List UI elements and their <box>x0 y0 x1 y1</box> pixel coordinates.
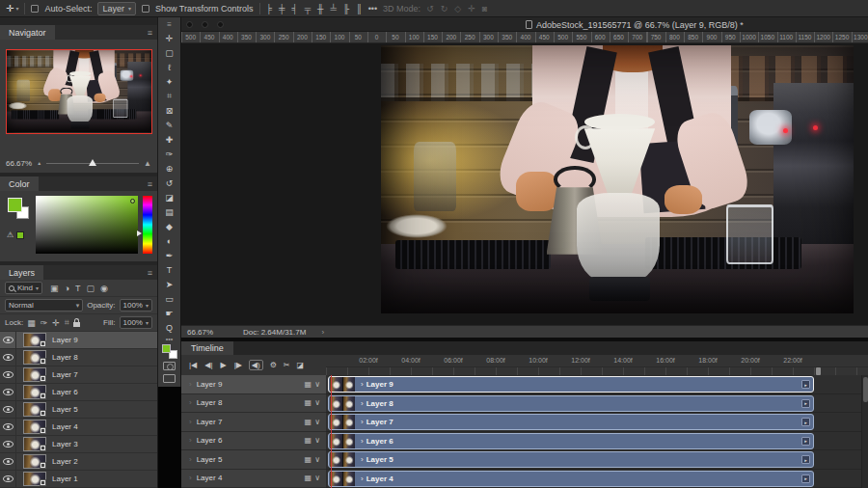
timeline-clip[interactable]: › Layer 7 ▸ <box>328 414 814 430</box>
layer-thumbnail[interactable] <box>23 385 46 399</box>
lock-transparency-icon[interactable]: ▦ <box>27 318 36 328</box>
quick-selection-tool-icon[interactable]: ✦ <box>158 74 180 89</box>
lasso-tool-icon[interactable]: ℓ <box>158 60 180 74</box>
expand-track-chevron[interactable]: › <box>189 436 192 445</box>
expand-track-chevron[interactable]: › <box>189 380 192 389</box>
layer-row[interactable]: Layer 3 <box>0 436 157 453</box>
expand-clip-chevron[interactable]: › <box>361 474 364 483</box>
timeline-track-lane[interactable]: › Layer 5 ▸ <box>326 450 861 470</box>
document-tab[interactable]: AdobeStock_191565771 @ 66.7% (Layer 9, R… <box>526 17 744 32</box>
zoom-level-field[interactable]: 66.67% <box>181 328 237 337</box>
edit-toolbar-icon[interactable]: ••• <box>166 336 173 342</box>
layer-thumbnail[interactable] <box>23 333 46 347</box>
chevron-down-icon[interactable]: ∨ <box>314 418 320 426</box>
timeline-track-lane[interactable]: › Layer 6 ▸ <box>326 432 861 451</box>
layer-row[interactable]: Layer 2 <box>0 453 157 471</box>
gradient-tool-icon[interactable]: ▤ <box>158 204 180 219</box>
tab-layers[interactable]: Layers <box>0 265 43 280</box>
layer-row[interactable]: Layer 8 <box>0 349 157 366</box>
zoom-tool-icon[interactable]: Q <box>158 320 180 335</box>
layer-visibility-eye-icon[interactable] <box>3 337 14 343</box>
expand-track-chevron[interactable]: › <box>189 474 192 482</box>
work-area-end-marker[interactable] <box>816 367 821 375</box>
marquee-tool-icon[interactable]: ▢ <box>158 45 180 60</box>
slide-3d-camera-icon[interactable]: ✛ <box>468 4 475 14</box>
layer-visibility-eye-icon[interactable] <box>3 389 14 395</box>
layer-row[interactable]: Layer 7 <box>0 366 157 384</box>
layer-thumbnail[interactable] <box>23 437 46 451</box>
minimize-window-button[interactable] <box>202 21 208 28</box>
panel-menu-icon[interactable]: ≡ <box>148 268 157 278</box>
roll-3d-camera-icon[interactable]: ↻ <box>441 4 448 14</box>
fill-value-dropdown[interactable]: 100% ▾ <box>120 316 152 329</box>
show-transform-checkbox[interactable] <box>142 5 149 13</box>
auto-select-dropdown[interactable]: Layer ▾ <box>97 2 136 15</box>
align-right-edges-icon[interactable]: ╡ <box>291 4 297 14</box>
canvas-image[interactable] <box>7 50 152 133</box>
tab-navigator[interactable]: Navigator <box>0 25 55 40</box>
filter-adjustment-layers-icon[interactable]: ◑ <box>65 284 69 293</box>
align-horizontal-centers-icon[interactable]: ╪ <box>279 4 285 14</box>
eraser-tool-icon[interactable]: ◪ <box>158 190 180 204</box>
layer-thumbnail[interactable] <box>23 472 46 486</box>
align-vertical-centers-icon[interactable]: ╫ <box>317 4 323 14</box>
timeline-scrollbar[interactable] <box>861 375 868 488</box>
expand-clip-chevron[interactable]: › <box>361 399 364 408</box>
align-left-edges-icon[interactable]: ╞ <box>266 4 272 14</box>
layer-thumbnail[interactable] <box>23 402 46 417</box>
auto-select-checkbox[interactable] <box>31 5 39 13</box>
timeline-track-header[interactable]: › Layer 7 ▦ ∨ <box>181 413 326 432</box>
canvas-viewport[interactable] <box>181 43 868 325</box>
hand-tool-icon[interactable]: ☛ <box>158 306 180 320</box>
layer-row[interactable]: Layer 6 <box>0 384 157 401</box>
expand-track-chevron[interactable]: › <box>189 398 192 407</box>
timeline-track-header[interactable]: › Layer 8 ▦ ∨ <box>181 394 326 414</box>
layer-row[interactable]: Layer 1 <box>0 471 157 488</box>
timeline-track-lane[interactable]: › Layer 8 ▸ <box>326 394 861 414</box>
history-brush-tool-icon[interactable]: ↺ <box>158 176 180 190</box>
timeline-clip[interactable]: › Layer 8 ▸ <box>328 395 814 412</box>
layer-thumbnail[interactable] <box>23 420 46 434</box>
layer-row[interactable]: Layer 5 <box>0 401 157 419</box>
layer-thumbnail[interactable] <box>23 350 46 365</box>
move-tool-preset[interactable]: ✛ ▾ <box>6 3 18 14</box>
crop-tool-icon[interactable]: ⌗ <box>158 89 180 103</box>
timeline-track-header[interactable]: › Layer 6 ▦ ∨ <box>181 432 326 451</box>
timeline-settings-icon[interactable]: ⚙ <box>270 361 277 369</box>
chevron-down-icon[interactable]: ∨ <box>314 474 320 482</box>
layer-visibility-eye-icon[interactable] <box>3 371 14 378</box>
distribute-vertical-icon[interactable]: ║ <box>356 4 362 14</box>
panel-menu-icon[interactable]: ≡ <box>148 28 157 38</box>
align-top-edges-icon[interactable]: ╤ <box>305 4 311 14</box>
layer-visibility-eye-icon[interactable] <box>3 441 14 447</box>
layer-filter-dropdown[interactable]: Kind ▾ <box>5 282 42 294</box>
expand-track-chevron[interactable]: › <box>189 418 192 426</box>
hue-slider-marker[interactable] <box>137 230 142 236</box>
quick-mask-icon[interactable] <box>163 362 176 370</box>
layer-row[interactable]: Layer 4 <box>0 419 157 436</box>
move-tool-icon[interactable]: ✛ <box>158 31 180 45</box>
timeline-track-header[interactable]: › Layer 9 ▦ ∨ <box>181 375 326 394</box>
zoom-window-button[interactable] <box>217 21 224 28</box>
layer-visibility-eye-icon[interactable] <box>3 458 14 465</box>
next-frame-button[interactable]: |▶ <box>234 361 242 369</box>
color-picker-marker[interactable] <box>130 199 135 203</box>
navigator-thumbnail[interactable] <box>6 49 152 134</box>
3d-camera-icon[interactable]: ◙ <box>482 4 487 14</box>
play-button[interactable]: ▶ <box>220 361 226 369</box>
timeline-track-lane[interactable]: › Layer 9 ▸ <box>326 375 861 394</box>
close-window-button[interactable] <box>186 21 193 28</box>
timeline-track-header[interactable]: › Layer 5 ▦ ∨ <box>181 450 326 470</box>
navigator-zoom-slider[interactable] <box>46 158 139 168</box>
filter-type-layers-icon[interactable]: T <box>75 284 81 293</box>
chevron-down-icon[interactable]: ∨ <box>314 436 320 445</box>
window-controls[interactable] <box>186 21 224 28</box>
filter-smart-objects-icon[interactable]: ◉ <box>100 284 108 293</box>
timeline-track-lane[interactable]: › Layer 7 ▸ <box>326 413 861 432</box>
foreground-color-swatch[interactable] <box>8 198 22 212</box>
layer-thumbnail[interactable] <box>23 454 46 469</box>
type-tool-icon[interactable]: T <box>158 262 180 277</box>
zoom-out-icon[interactable]: ▲ <box>37 160 41 166</box>
path-selection-tool-icon[interactable]: ➤ <box>158 277 180 291</box>
timeline-clip[interactable]: › Layer 6 ▸ <box>328 433 814 449</box>
